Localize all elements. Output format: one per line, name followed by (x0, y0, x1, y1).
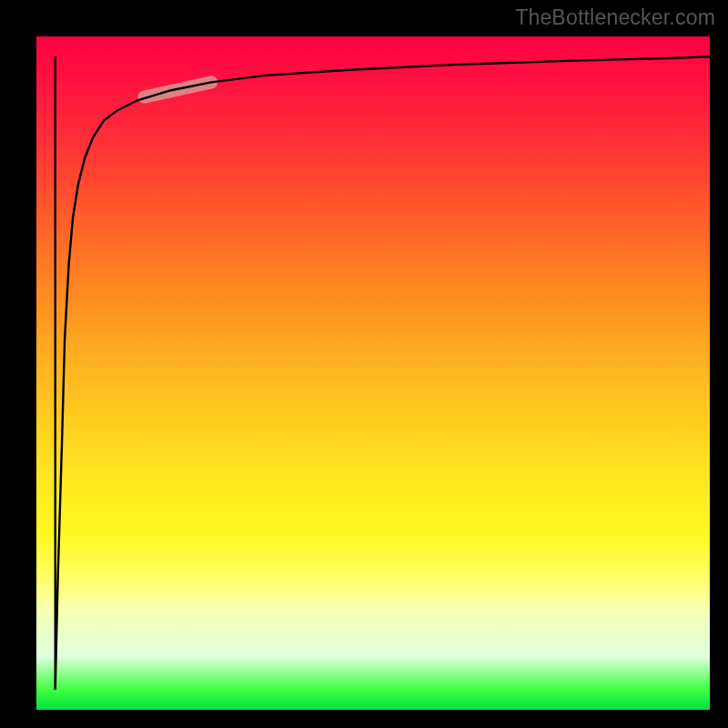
watermark-text: TheBottlenecker.com (515, 5, 715, 30)
chart-svg (36, 36, 710, 710)
chart-frame: TheBottlenecker.com (0, 0, 728, 728)
curve-line (56, 56, 710, 690)
curve-layer (56, 56, 710, 690)
